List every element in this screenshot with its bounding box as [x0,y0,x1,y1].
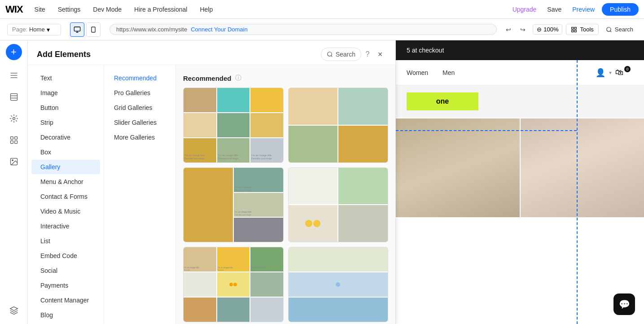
page-label: Page: [12,26,27,33]
svg-point-9 [607,27,611,31]
subcat-more-galleries[interactable]: More Galleries [107,130,173,144]
upgrade-button[interactable]: Upgrade [509,4,540,15]
main-area: + Add Elements Search [0,40,644,324]
add-elements-button[interactable]: + [6,44,22,60]
canvas-content: 5 at checkout Women Men 👤 ▾ 🛍 0 one [396,40,644,324]
category-content-manager[interactable]: Content Manager [31,293,100,307]
canvas-announcement-bar: 5 at checkout [396,40,644,60]
connect-domain-link[interactable]: Connect Your Domain [191,26,247,33]
page-selector[interactable]: Page: Home ▾ [7,24,61,35]
gallery-item-1[interactable]: I'm an image titleDescribe your image I'… [183,88,284,163]
user-icon[interactable]: 👤 [596,68,605,78]
canvas-photos [396,118,644,208]
category-decorative[interactable]: Decorative [31,130,100,144]
category-interactive[interactable]: Interactive [31,219,100,233]
category-box[interactable]: Box [31,145,100,159]
recommended-info-icon[interactable]: ⓘ [235,74,241,82]
zoom-control[interactable]: ⊖ 100% [533,24,562,35]
gallery-item-6[interactable] [288,247,389,322]
url-bar: https://www.wix.com/mysite Connect Your … [110,24,497,35]
svg-point-23 [12,160,13,161]
media-button[interactable] [4,152,24,171]
nav-dev-mode[interactable]: Dev Mode [88,4,126,15]
panel-header: Add Elements Search ? × [28,40,395,65]
category-social[interactable]: Social [31,263,100,278]
svg-rect-19 [14,137,17,140]
canvas-nav-icons: 👤 ▾ 🛍 0 [596,68,633,78]
redo-button[interactable]: ↪ [517,23,529,36]
panel-body: Text Image Button Strip Decorative Box G… [28,65,395,324]
page-name: Home [29,26,45,33]
gallery-item-5[interactable]: I'm an image titleDescribe I'm an image … [183,247,284,322]
category-menu-anchor[interactable]: Menu & Anchor [31,175,100,189]
design-button[interactable] [4,109,24,128]
chevron-down-icon: ▾ [609,70,612,76]
subcat-grid-galleries[interactable]: Grid Galleries [107,101,173,115]
svg-rect-0 [74,27,80,31]
nav-men[interactable]: Men [442,69,455,76]
search-button[interactable]: Search [602,24,637,35]
category-embed-code[interactable]: Embed Code [31,249,100,263]
nav-women[interactable]: Women [407,69,428,76]
category-list[interactable]: List [31,234,100,248]
apps-button[interactable] [4,130,24,150]
preview-button[interactable]: Preview [569,4,598,15]
gallery-item-2[interactable] [288,88,389,163]
zoom-level: 100% [543,26,558,33]
subcat-slider-galleries[interactable]: Slider Galleries [107,115,173,130]
svg-rect-8 [575,30,577,32]
nav-settings[interactable]: Settings [53,4,85,15]
svg-rect-5 [572,27,574,29]
category-strip[interactable]: Strip [31,115,100,130]
close-icon: × [378,50,383,59]
nav-help[interactable]: Help [195,4,217,15]
top-navigation: WIX Site Settings Dev Mode Hire a Profes… [0,0,644,19]
category-blog[interactable]: Blog [31,308,100,322]
gallery-item-4[interactable] [288,167,389,243]
category-payments[interactable]: Payments [31,278,100,293]
subcat-recommended[interactable]: Recommended [107,71,173,85]
category-contact-forms[interactable]: Contact & Forms [31,189,100,204]
category-video-music[interactable]: Video & Music [31,204,100,219]
cart-count: 0 [624,66,631,72]
canvas-hero-area: one [396,85,644,118]
close-button[interactable]: × [374,48,386,61]
pages-button[interactable] [4,66,24,85]
category-image[interactable]: Image [31,86,100,100]
category-gallery[interactable]: Gallery [31,160,100,174]
svg-line-10 [610,31,612,32]
subcat-pro-galleries[interactable]: Pro Galleries [107,86,173,100]
save-button[interactable]: Save [543,4,565,15]
canvas-photo-tattoo [396,118,520,217]
category-text[interactable]: Text [31,71,100,85]
help-button[interactable]: ? [361,48,374,61]
gallery-item-3[interactable]: I'm an image titleDescribe your image I'… [183,167,284,243]
mobile-view-button[interactable] [86,22,101,37]
announcement-text: 5 at checkout [407,47,444,54]
svg-point-25 [327,52,331,56]
panel-search-button[interactable]: Search [321,48,361,61]
tools-button[interactable]: Tools [566,24,598,35]
undo-button[interactable]: ↩ [502,23,515,36]
svg-line-26 [331,56,332,57]
chevron-down-icon: ▾ [47,26,50,33]
zoom-out-icon: ⊖ [537,26,542,33]
svg-rect-14 [10,94,17,101]
add-elements-panel: Add Elements Search ? × Text Image Butto… [28,40,396,324]
publish-button[interactable]: Publish [602,3,639,16]
recommended-title: Recommended [183,74,232,82]
content-button[interactable] [4,87,24,107]
chat-bubble[interactable]: 💬 [613,293,635,315]
subcategory-list: Recommended Pro Galleries Grid Galleries… [104,65,176,324]
cart-icon[interactable]: 🛍 [615,68,623,77]
nav-hire[interactable]: Hire a Professional [130,4,192,15]
layers-button[interactable] [4,301,24,320]
recommended-section-header: Recommended ⓘ [183,74,388,82]
device-switcher [70,22,101,37]
chat-icon: 💬 [619,299,630,310]
desktop-view-button[interactable] [70,22,84,37]
nav-site[interactable]: Site [30,4,50,15]
category-button[interactable]: Button [31,101,100,115]
search-label: Search [336,51,355,58]
editor-toolbar: Page: Home ▾ https://www.wix.com/mysite … [0,19,644,40]
